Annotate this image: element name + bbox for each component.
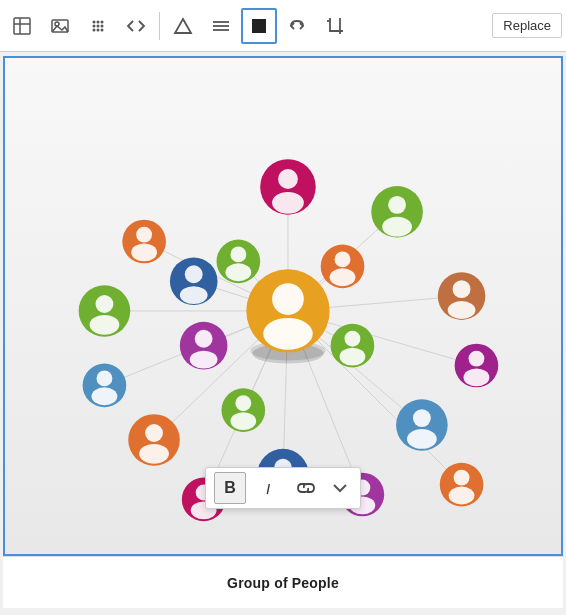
svg-point-67 [145, 424, 163, 442]
caption-bar: Group of People [3, 556, 563, 608]
svg-point-68 [139, 444, 169, 464]
svg-point-6 [97, 20, 100, 23]
svg-point-44 [382, 217, 412, 237]
svg-point-94 [235, 395, 251, 411]
svg-point-80 [180, 286, 208, 304]
svg-point-5 [93, 20, 96, 23]
svg-point-11 [93, 28, 96, 31]
svg-point-46 [453, 280, 471, 298]
svg-point-10 [101, 24, 104, 27]
replace-button[interactable]: Replace [492, 13, 562, 38]
svg-point-71 [92, 387, 118, 405]
svg-point-47 [448, 301, 476, 319]
svg-point-52 [413, 409, 431, 427]
svg-rect-18 [252, 19, 266, 33]
svg-point-12 [97, 28, 100, 31]
svg-point-13 [101, 28, 104, 31]
svg-point-95 [230, 412, 256, 430]
svg-point-85 [230, 246, 246, 262]
svg-point-88 [335, 251, 351, 267]
grid-dots-button[interactable] [80, 8, 116, 44]
svg-point-92 [340, 348, 366, 366]
svg-point-7 [101, 20, 104, 23]
italic-button[interactable]: I [252, 472, 284, 504]
inline-toolbar: B I [205, 467, 361, 509]
image-grid-button[interactable] [4, 8, 40, 44]
svg-point-79 [185, 265, 203, 283]
svg-point-56 [449, 487, 475, 505]
lines-button[interactable] [203, 8, 239, 44]
svg-point-8 [93, 24, 96, 27]
svg-marker-14 [175, 19, 191, 33]
svg-point-76 [136, 227, 152, 243]
svg-point-83 [190, 351, 218, 369]
bold-button[interactable]: B [214, 472, 246, 504]
square-button[interactable] [241, 8, 277, 44]
triangle-button[interactable] [165, 8, 201, 44]
caption-text: Group of People [227, 575, 339, 591]
svg-point-9 [97, 24, 100, 27]
svg-point-53 [407, 429, 437, 449]
svg-point-98 [272, 283, 304, 315]
image-button[interactable] [42, 8, 78, 44]
crop-button[interactable] [317, 8, 353, 44]
svg-point-77 [131, 244, 157, 262]
svg-point-40 [278, 169, 298, 189]
svg-point-91 [345, 331, 361, 347]
svg-point-41 [272, 192, 304, 214]
svg-point-50 [464, 368, 490, 386]
code-button[interactable] [118, 8, 154, 44]
divider-1 [159, 12, 160, 40]
svg-point-86 [225, 263, 251, 281]
svg-point-89 [330, 268, 356, 286]
svg-point-70 [97, 370, 113, 386]
svg-point-43 [388, 196, 406, 214]
svg-point-55 [454, 470, 470, 486]
svg-point-49 [469, 351, 485, 367]
svg-rect-0 [14, 18, 30, 34]
svg-point-73 [96, 295, 114, 313]
canvas-area: B I [3, 56, 563, 556]
svg-point-74 [90, 315, 120, 335]
link-arrows-button[interactable] [279, 8, 315, 44]
link-button[interactable] [290, 472, 322, 504]
chevron-down-button[interactable] [328, 472, 352, 504]
svg-point-82 [195, 330, 213, 348]
main-toolbar: Replace [0, 0, 566, 52]
svg-point-99 [263, 318, 313, 350]
